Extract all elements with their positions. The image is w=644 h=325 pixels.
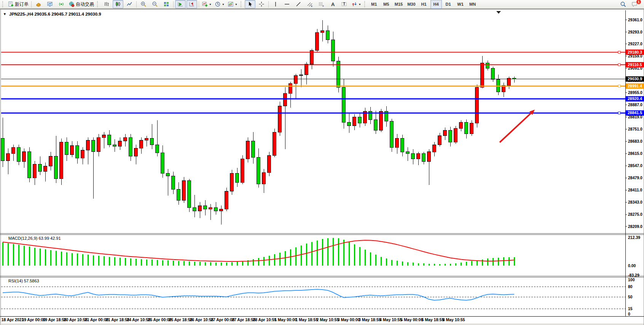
rsi-scale-label: 0 xyxy=(628,312,630,316)
timeframe-h1-button[interactable]: H1 xyxy=(418,0,430,9)
time-axis[interactable]: 18 Apr 202319 Apr 00:0019 Apr 18:5520 Ap… xyxy=(2,317,465,322)
price-tag-28841.5: 28841.5 xyxy=(626,110,644,116)
timeframe-m15-button[interactable]: M15 xyxy=(393,0,405,9)
candle-body xyxy=(411,154,415,159)
zoom-in-icon xyxy=(140,1,147,7)
svg-text:F: F xyxy=(322,5,324,7)
candle-body xyxy=(443,130,447,135)
candle-body xyxy=(278,106,282,132)
price-tick-label: 28615.0 xyxy=(628,151,642,156)
crosshair-button[interactable] xyxy=(256,0,267,8)
cursor-button[interactable] xyxy=(245,0,255,8)
time-tick-label: 18 Apr 2023 xyxy=(2,317,24,322)
candle-body xyxy=(433,145,436,152)
price-tick-label: 29293.0 xyxy=(628,30,642,34)
candle-body xyxy=(390,121,394,147)
candle-body xyxy=(33,164,37,178)
chart-shift-button[interactable] xyxy=(187,0,197,8)
bar-chart-button[interactable] xyxy=(101,0,112,8)
main-toolbar: 新订单自动交易▼▼▼EFAT▼M1M5M15M30H1H4D1W1MN1 xyxy=(0,0,644,9)
time-tick-label: 25 Apr 00:00 xyxy=(148,317,171,322)
candle-body xyxy=(246,141,250,159)
toolbar-grip[interactable] xyxy=(2,1,4,7)
templates-button[interactable]: ▼ xyxy=(226,0,239,8)
line-anchor-handle[interactable] xyxy=(618,112,620,114)
text-label-icon: T xyxy=(341,1,347,7)
chat-button[interactable]: 1 xyxy=(629,0,640,8)
candle-body xyxy=(22,152,26,162)
toolbar-separator xyxy=(31,1,32,8)
search-button[interactable] xyxy=(618,0,628,8)
signal-icon xyxy=(58,1,64,7)
indicators-button[interactable]: ▼ xyxy=(201,0,213,8)
timeframe-w1-button[interactable]: W1 xyxy=(455,0,466,9)
candle-body xyxy=(406,152,410,154)
candle-body xyxy=(422,154,426,162)
svg-text:29180.3: 29180.3 xyxy=(628,50,642,54)
candle-body xyxy=(353,117,356,126)
timeframe-d1-button[interactable]: D1 xyxy=(443,0,454,9)
macd-scale-label: 212.39 xyxy=(628,235,640,240)
equidistant-channel-button[interactable]: E xyxy=(304,0,315,8)
search-icon xyxy=(620,1,626,7)
toolbar-grip[interactable] xyxy=(241,1,242,7)
candle-body xyxy=(294,76,298,84)
timeframe-m5-button[interactable]: M5 xyxy=(381,0,392,9)
time-tick-label: 24 Apr 10:55 xyxy=(127,317,150,322)
text-button[interactable]: A xyxy=(327,0,338,8)
chart-background[interactable] xyxy=(0,9,644,325)
svg-text:28991.4: 28991.4 xyxy=(628,84,642,88)
signal-button[interactable] xyxy=(56,0,67,8)
candle-body xyxy=(241,159,244,182)
chart-canvas[interactable]: 29361.029293.029227.029159.029091.029023… xyxy=(0,9,644,325)
auto-scroll-button[interactable] xyxy=(175,0,186,8)
candle-body xyxy=(81,150,84,158)
text-label-button[interactable]: T xyxy=(339,0,349,8)
periods-clock-button[interactable]: ▼ xyxy=(214,0,226,8)
time-tick-label: 25 Apr 18:55 xyxy=(169,317,193,322)
timeframe-mn-button[interactable]: MN xyxy=(467,0,478,9)
new-order-button[interactable]: 新订单 xyxy=(6,0,30,8)
tile-windows-button[interactable] xyxy=(161,0,172,8)
arrows-button[interactable]: ▼ xyxy=(350,0,362,8)
timeframe-h4-button[interactable]: H4 xyxy=(430,0,442,9)
vertical-line-icon xyxy=(273,1,279,7)
time-tick-label: 20 Apr 10:55 xyxy=(64,317,88,322)
chevron-down-icon: ▼ xyxy=(359,3,361,6)
time-tick-label: 1 May 00:00 xyxy=(274,317,297,322)
autotrade-button[interactable]: 自动交易 xyxy=(67,0,95,8)
line-anchor-handle[interactable] xyxy=(618,64,620,66)
auto-scroll-icon xyxy=(177,1,183,7)
candle-body xyxy=(316,33,319,51)
toolbar-grip[interactable] xyxy=(364,1,366,7)
fibonacci-button[interactable]: F xyxy=(316,0,327,8)
candle-body xyxy=(342,87,346,122)
market-watch-button[interactable] xyxy=(33,0,44,8)
candle-body xyxy=(166,174,170,176)
horizontal-line-button[interactable] xyxy=(282,0,292,8)
timeframe-m1-button[interactable]: M1 xyxy=(368,0,380,9)
time-tick-label: 27 Apr 00:00 xyxy=(211,317,234,322)
trend-line-button[interactable] xyxy=(293,0,304,8)
timeframe-m30-button[interactable]: M30 xyxy=(405,0,417,9)
zoom-in-button[interactable] xyxy=(138,0,149,8)
new-order-icon xyxy=(8,1,14,7)
svg-text:29030.9: 29030.9 xyxy=(628,76,642,81)
chevron-down-icon: ▼ xyxy=(209,3,212,6)
line-chart-button[interactable] xyxy=(124,0,135,8)
line-anchor-handle[interactable] xyxy=(618,85,620,87)
one-click-trading-toggle-icon[interactable]: ▼ xyxy=(3,12,6,16)
chart-window[interactable]: 29361.029293.029227.029159.029091.029023… xyxy=(0,9,644,325)
chart-title: JPN225-,H4 29035.6 29045.7 29011.4 29030… xyxy=(9,12,101,16)
candle-body xyxy=(177,190,180,200)
vertical-line-button[interactable] xyxy=(270,0,281,8)
terminal-monitor-button[interactable] xyxy=(45,0,55,8)
candle-body xyxy=(102,135,106,137)
candle-body xyxy=(209,207,212,209)
line-anchor-handle[interactable] xyxy=(618,51,620,53)
candle-body xyxy=(161,153,164,173)
toolbar-grip[interactable] xyxy=(97,1,99,7)
candle-chart-button[interactable] xyxy=(113,0,123,8)
zoom-out-button[interactable] xyxy=(150,0,160,8)
candle-body xyxy=(230,174,234,191)
